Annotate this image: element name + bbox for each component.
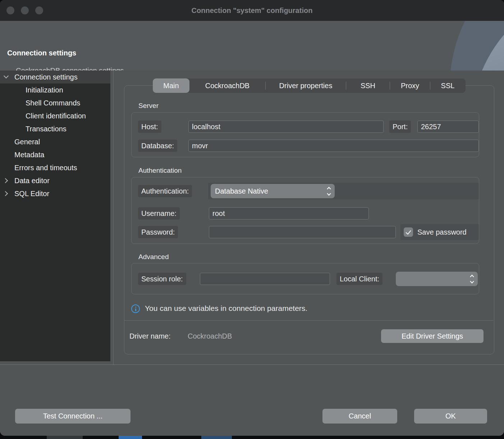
authentication-select[interactable]: Database Native — [211, 184, 335, 198]
tree-item-initialization[interactable]: Initialization — [0, 83, 110, 96]
checkmark-icon — [406, 229, 411, 235]
window-controls — [6, 6, 43, 14]
driver-name-label: Driver name: — [129, 332, 170, 340]
username-label: Username: — [138, 207, 180, 220]
server-group: Host: Port: Database: — [131, 112, 479, 157]
tree-item-transactions[interactable]: Transactions — [0, 122, 110, 135]
connection-configuration-dialog: Connection "system" configuration Connec… — [0, 0, 504, 436]
tab-main[interactable]: Main — [153, 78, 189, 93]
tab-ssh[interactable]: SSH — [346, 78, 390, 93]
password-label: Password: — [138, 226, 178, 238]
tree-item-data-editor[interactable]: Data editor — [0, 174, 110, 187]
dialog-header: Connection settings CockroachDB connecti… — [0, 21, 504, 71]
window-title: Connection "system" configuration — [0, 0, 504, 21]
tab-bar: Main CockroachDB Driver properties SSH P… — [153, 78, 466, 93]
tree-item-errors-and-timeouts[interactable]: Errors and timeouts — [0, 161, 110, 174]
session-role-label: Session role: — [138, 273, 186, 285]
username-input[interactable] — [209, 207, 369, 220]
ok-button[interactable]: OK — [414, 409, 487, 424]
save-password-checkbox[interactable] — [404, 227, 413, 237]
password-input[interactable] — [209, 226, 396, 238]
advanced-section-label: Advanced — [138, 253, 169, 261]
port-input[interactable] — [417, 121, 479, 133]
edit-driver-settings-button[interactable]: Edit Driver Settings — [381, 329, 484, 343]
authentication-group: Authentication: Database Native Username… — [131, 177, 479, 244]
tab-cockroachdb[interactable]: CockroachDB — [189, 78, 265, 93]
advanced-group: Session role: Local Client: — [131, 263, 479, 294]
authentication-selected-value: Database Native — [215, 187, 268, 195]
tree-item-sql-editor[interactable]: SQL Editor — [0, 187, 110, 200]
host-label: Host: — [138, 121, 161, 133]
info-text: You can use variables in connection para… — [145, 304, 307, 313]
dropdown-stepper-icon — [327, 187, 330, 195]
local-client-select[interactable] — [396, 272, 478, 286]
tab-ssl[interactable]: SSL — [430, 78, 465, 93]
settings-content: Main CockroachDB Driver properties SSH P… — [114, 71, 504, 365]
tab-proxy[interactable]: Proxy — [390, 78, 430, 93]
host-input[interactable] — [188, 121, 384, 133]
page-title: Connection settings — [7, 49, 76, 57]
tree-item-client-identification[interactable]: Client identification — [0, 109, 110, 122]
desktop-sliver — [201, 436, 232, 439]
authentication-label: Authentication: — [138, 185, 192, 197]
test-connection-button[interactable]: Test Connection ... — [15, 409, 130, 424]
desktop-sliver — [119, 436, 142, 439]
info-icon — [131, 304, 140, 313]
tree-item-shell-commands[interactable]: Shell Commands — [0, 96, 110, 109]
local-client-label: Local Client: — [336, 273, 382, 285]
database-label: Database: — [138, 140, 177, 152]
port-label: Port: — [389, 121, 411, 133]
session-role-input[interactable] — [200, 273, 330, 285]
zoom-window-button[interactable] — [35, 6, 43, 14]
sidebar: Connection settings Initialization Shell… — [0, 71, 114, 365]
close-window-button[interactable] — [6, 6, 14, 14]
settings-tree: Connection settings Initialization Shell… — [0, 71, 110, 361]
database-input[interactable] — [188, 140, 479, 152]
tree-item-connection-settings[interactable]: Connection settings — [0, 71, 110, 83]
server-section-label: Server — [138, 102, 159, 110]
dialog-body: Connection settings Initialization Shell… — [0, 71, 504, 365]
titlebar: Connection "system" configuration — [0, 0, 504, 21]
desktop-sliver — [47, 436, 83, 439]
cancel-button[interactable]: Cancel — [322, 409, 397, 424]
driver-name-value: CockroachDB — [188, 332, 232, 340]
tree-item-metadata[interactable]: Metadata — [0, 148, 110, 161]
tree-item-general[interactable]: General — [0, 135, 110, 148]
page-subtitle: CockroachDB connection settings — [16, 67, 124, 71]
tab-driver-properties[interactable]: Driver properties — [266, 78, 346, 93]
authentication-section-label: Authentication — [138, 167, 182, 175]
save-password-label: Save password — [417, 226, 468, 238]
desktop-behind-window — [0, 436, 504, 439]
dialog-footer: Test Connection ... Cancel OK — [0, 365, 504, 436]
minimize-window-button[interactable] — [21, 6, 29, 14]
dropdown-stepper-icon — [471, 275, 473, 283]
panel-separator — [124, 320, 493, 321]
